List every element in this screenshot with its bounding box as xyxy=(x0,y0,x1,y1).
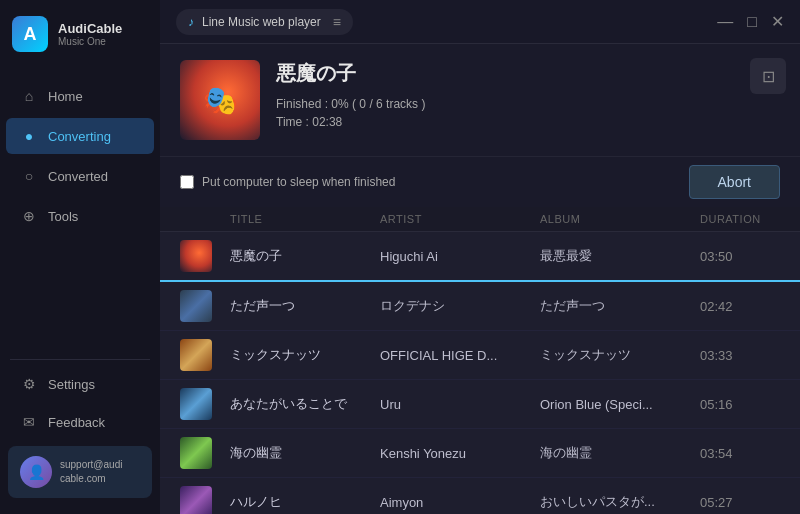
sidebar-bottom: ⚙ Settings ✉ Feedback 👤 support@audi cab… xyxy=(0,345,160,514)
track-thumbnail xyxy=(180,388,212,420)
player-tab-label: Line Music web player xyxy=(202,15,321,29)
sidebar-item-feedback[interactable]: ✉ Feedback xyxy=(6,404,154,440)
sidebar-item-settings-label: Settings xyxy=(48,377,95,392)
track-thumbnail xyxy=(180,240,212,272)
track-album: 海の幽霊 xyxy=(540,444,700,462)
table-row[interactable]: ミックスナッツ OFFICIAL HIGE D... ミックスナッツ 03:33 xyxy=(160,331,800,380)
track-name: 海の幽霊 xyxy=(230,444,282,462)
sidebar-item-converting[interactable]: ● Converting xyxy=(6,118,154,154)
thumb-art xyxy=(180,437,212,469)
minimize-button[interactable]: — xyxy=(717,14,733,30)
user-email: support@audi cable.com xyxy=(60,458,122,486)
table-row[interactable]: 悪魔の子 Higuchi Ai 最悪最愛 03:50 xyxy=(160,232,800,282)
top-bar: ♪ Line Music web player ≡ — □ ✕ xyxy=(160,0,800,44)
table-header: TITLE ARTIST ALBUM DURATION xyxy=(160,207,800,232)
track-artist: Aimyon xyxy=(380,495,540,510)
sleep-label: Put computer to sleep when finished xyxy=(202,175,395,189)
window-controls: — □ ✕ xyxy=(717,14,784,30)
player-tab[interactable]: ♪ Line Music web player ≡ xyxy=(176,9,353,35)
track-name-cell: ミックスナッツ xyxy=(230,346,380,364)
track-album: 最悪最愛 xyxy=(540,247,700,265)
track-name: あなたがいることで xyxy=(230,395,347,413)
track-progress: Finished : 0% ( 0 / 6 tracks ) xyxy=(276,97,780,111)
sleep-checkbox-input[interactable] xyxy=(180,175,194,189)
track-thumbnail xyxy=(180,486,212,514)
thumb-art xyxy=(180,388,212,420)
track-thumbnail xyxy=(180,339,212,371)
track-artist: OFFICIAL HIGE D... xyxy=(380,348,540,363)
track-name-cell: 海の幽霊 xyxy=(230,444,380,462)
settings-icon: ⚙ xyxy=(20,376,38,392)
sidebar-item-feedback-label: Feedback xyxy=(48,415,105,430)
track-duration: 02:42 xyxy=(700,299,780,314)
table-row[interactable]: 海の幽霊 Kenshi Yonezu 海の幽霊 03:54 xyxy=(160,429,800,478)
sleep-checkbox-container[interactable]: Put computer to sleep when finished xyxy=(180,175,395,189)
maximize-button[interactable]: □ xyxy=(747,14,757,30)
track-artist: ロクデナシ xyxy=(380,297,540,315)
album-art-bg: 🎭 xyxy=(180,60,260,140)
app-logo: A AudiCable Music One xyxy=(0,0,160,68)
thumb-art xyxy=(180,240,212,272)
corner-icon-button[interactable]: ⊡ xyxy=(750,58,786,94)
avatar: 👤 xyxy=(20,456,52,488)
thumb-art xyxy=(180,339,212,371)
track-album: ミックスナッツ xyxy=(540,346,700,364)
album-art-figure: 🎭 xyxy=(203,84,238,117)
album-art: 🎭 xyxy=(180,60,260,140)
track-time: Time : 02:38 xyxy=(276,115,780,129)
user-card[interactable]: 👤 support@audi cable.com xyxy=(8,446,152,498)
main-content: ♪ Line Music web player ≡ — □ ✕ 🎭 悪魔の子 F… xyxy=(160,0,800,514)
sidebar-item-tools-label: Tools xyxy=(48,209,78,224)
abort-button[interactable]: Abort xyxy=(689,165,780,199)
thumb-art xyxy=(180,290,212,322)
sidebar-divider xyxy=(10,359,150,360)
track-artist: Uru xyxy=(380,397,540,412)
logo-icon: A xyxy=(12,16,48,52)
track-album: おいしいパスタが... xyxy=(540,493,700,511)
track-duration: 03:50 xyxy=(700,249,780,264)
track-artist: Higuchi Ai xyxy=(380,249,540,264)
sidebar-item-converted[interactable]: ○ Converted xyxy=(6,158,154,194)
sidebar-item-tools[interactable]: ⊕ Tools xyxy=(6,198,154,234)
track-thumbnail xyxy=(180,290,212,322)
table-row[interactable]: あなたがいることで Uru Orion Blue (Speci... 05:16 xyxy=(160,380,800,429)
track-album: Orion Blue (Speci... xyxy=(540,397,700,412)
table-body: 悪魔の子 Higuchi Ai 最悪最愛 03:50 ただ声一つ ロクデナシ た… xyxy=(160,232,800,514)
thumb-art xyxy=(180,486,212,514)
music-icon: ♪ xyxy=(188,15,194,29)
track-title: 悪魔の子 xyxy=(276,60,780,87)
track-duration: 05:16 xyxy=(700,397,780,412)
close-button[interactable]: ✕ xyxy=(771,14,784,30)
controls-bar: Put computer to sleep when finished Abor… xyxy=(160,156,800,207)
table-row[interactable]: ハルノヒ Aimyon おいしいパスタが... 05:27 xyxy=(160,478,800,514)
track-artist: Kenshi Yonezu xyxy=(380,446,540,461)
track-name: ハルノヒ xyxy=(230,493,282,511)
app-title: AudiCable xyxy=(58,21,122,36)
track-name: 悪魔の子 xyxy=(230,247,282,265)
track-info: 悪魔の子 Finished : 0% ( 0 / 6 tracks ) Time… xyxy=(276,60,780,129)
sidebar-item-converting-label: Converting xyxy=(48,129,111,144)
track-name: ミックスナッツ xyxy=(230,346,321,364)
track-album: ただ声一つ xyxy=(540,297,700,315)
col-header-duration: DURATION xyxy=(700,213,780,225)
tab-menu-icon[interactable]: ≡ xyxy=(333,14,341,30)
converted-icon: ○ xyxy=(20,168,38,184)
sidebar: A AudiCable Music One ⌂ Home ● Convertin… xyxy=(0,0,160,514)
track-duration: 05:27 xyxy=(700,495,780,510)
tools-icon: ⊕ xyxy=(20,208,38,224)
sidebar-item-settings[interactable]: ⚙ Settings xyxy=(6,366,154,402)
col-header-title: TITLE xyxy=(230,213,380,225)
app-subtitle: Music One xyxy=(58,36,122,47)
track-thumbnail xyxy=(180,437,212,469)
sidebar-item-converted-label: Converted xyxy=(48,169,108,184)
track-name-cell: ハルノヒ xyxy=(230,493,380,511)
logo-text: AudiCable Music One xyxy=(58,21,122,47)
col-header-thumb xyxy=(180,213,230,225)
table-row[interactable]: ただ声一つ ロクデナシ ただ声一つ 02:42 xyxy=(160,282,800,331)
sidebar-item-home[interactable]: ⌂ Home xyxy=(6,78,154,114)
track-name-cell: 悪魔の子 xyxy=(230,247,380,265)
track-table: TITLE ARTIST ALBUM DURATION 悪魔の子 Higuchi… xyxy=(160,207,800,514)
sidebar-nav: ⌂ Home ● Converting ○ Converted ⊕ Tools xyxy=(0,68,160,345)
col-header-artist: ARTIST xyxy=(380,213,540,225)
feedback-icon: ✉ xyxy=(20,414,38,430)
